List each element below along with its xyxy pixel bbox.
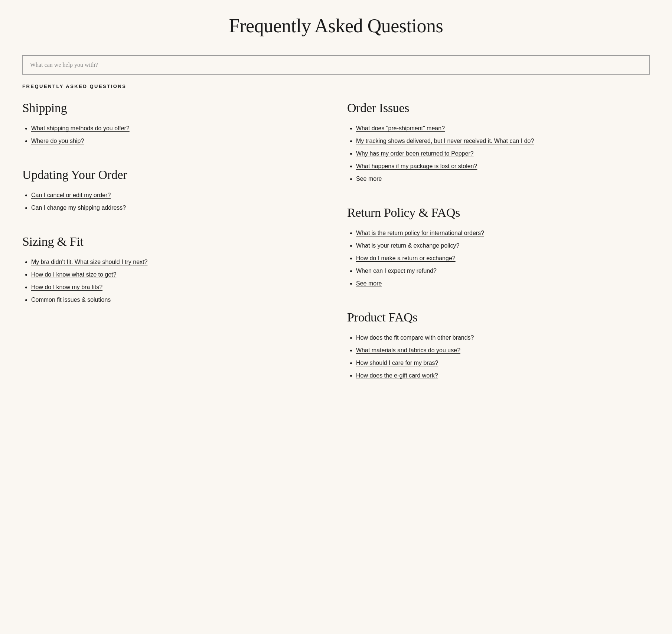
faq-right-column: Order Issues What does "pre-shipment" me…	[347, 101, 650, 402]
search-input[interactable]	[22, 55, 650, 75]
faq-left-column: Shipping What shipping methods do you of…	[22, 101, 325, 402]
faq-link[interactable]: My tracking shows delivered, but I never…	[356, 138, 534, 144]
list-item: What is the return policy for internatio…	[356, 229, 650, 238]
list-item: How does the fit compare with other bran…	[356, 333, 650, 342]
see-more-return-policy[interactable]: See more	[356, 280, 382, 287]
category-product-faqs: Product FAQs How does the fit compare wi…	[347, 310, 650, 380]
list-item: How do I know my bra fits?	[31, 283, 325, 292]
list-item: How should I care for my bras?	[356, 359, 650, 367]
faq-link[interactable]: Why has my order been returned to Pepper…	[356, 150, 474, 157]
faq-link[interactable]: How does the e-gift card work?	[356, 372, 438, 379]
category-updating-order: Updating Your Order Can I cancel or edit…	[22, 168, 325, 212]
faq-list-order-issues: What does "pre-shipment" mean? My tracki…	[347, 124, 650, 183]
list-item: What is your return & exchange policy?	[356, 241, 650, 250]
list-item: See more	[356, 279, 650, 288]
list-item: What shipping methods do you offer?	[31, 124, 325, 133]
category-title-product-faqs: Product FAQs	[347, 310, 650, 324]
faq-link[interactable]: How does the fit compare with other bran…	[356, 334, 474, 341]
list-item: How do I make a return or exchange?	[356, 254, 650, 263]
list-item: What materials and fabrics do you use?	[356, 346, 650, 355]
category-title-return-policy: Return Policy & FAQs	[347, 206, 650, 220]
see-more-order-issues[interactable]: See more	[356, 176, 382, 182]
faq-list-return-policy: What is the return policy for internatio…	[347, 229, 650, 288]
list-item: My bra didn't fit. What size should I tr…	[31, 258, 325, 267]
list-item: How do I know what size to get?	[31, 270, 325, 279]
section-label: FREQUENTLY ASKED QUESTIONS	[22, 84, 650, 89]
category-title-updating-order: Updating Your Order	[22, 168, 325, 182]
category-title-shipping: Shipping	[22, 101, 325, 115]
faq-link[interactable]: Common fit issues & solutions	[31, 297, 111, 303]
list-item: Can I change my shipping address?	[31, 203, 325, 212]
faq-link[interactable]: Can I cancel or edit my order?	[31, 192, 111, 198]
list-item: When can I expect my refund?	[356, 267, 650, 275]
faq-list-updating-order: Can I cancel or edit my order? Can I cha…	[22, 191, 325, 212]
category-title-order-issues: Order Issues	[347, 101, 650, 115]
category-shipping: Shipping What shipping methods do you of…	[22, 101, 325, 146]
list-item: What happens if my package is lost or st…	[356, 162, 650, 171]
faq-link[interactable]: How do I make a return or exchange?	[356, 255, 456, 261]
list-item: Why has my order been returned to Pepper…	[356, 149, 650, 158]
faq-list-shipping: What shipping methods do you offer? Wher…	[22, 124, 325, 146]
list-item: Common fit issues & solutions	[31, 295, 325, 304]
faq-link[interactable]: Can I change my shipping address?	[31, 205, 126, 211]
faq-link[interactable]: What is your return & exchange policy?	[356, 242, 459, 249]
category-order-issues: Order Issues What does "pre-shipment" me…	[347, 101, 650, 183]
faq-list-product-faqs: How does the fit compare with other bran…	[347, 333, 650, 380]
faq-link[interactable]: What materials and fabrics do you use?	[356, 347, 460, 353]
faq-link[interactable]: What shipping methods do you offer?	[31, 125, 130, 131]
list-item: How does the e-gift card work?	[356, 371, 650, 380]
list-item: See more	[356, 174, 650, 183]
faq-link[interactable]: What happens if my package is lost or st…	[356, 163, 477, 169]
faq-link[interactable]: My bra didn't fit. What size should I tr…	[31, 259, 147, 265]
faq-link[interactable]: How do I know what size to get?	[31, 271, 116, 278]
faq-link[interactable]: When can I expect my refund?	[356, 268, 437, 274]
faq-link[interactable]: Where do you ship?	[31, 138, 84, 144]
list-item: My tracking shows delivered, but I never…	[356, 137, 650, 146]
faq-grid: Shipping What shipping methods do you of…	[22, 101, 650, 402]
page-title: Frequently Asked Questions	[22, 15, 650, 37]
faq-link[interactable]: How should I care for my bras?	[356, 360, 438, 366]
faq-list-sizing-fit: My bra didn't fit. What size should I tr…	[22, 258, 325, 304]
faq-link[interactable]: What does "pre-shipment" mean?	[356, 125, 445, 131]
faq-link[interactable]: What is the return policy for internatio…	[356, 230, 484, 236]
list-item: Where do you ship?	[31, 137, 325, 146]
list-item: What does "pre-shipment" mean?	[356, 124, 650, 133]
list-item: Can I cancel or edit my order?	[31, 191, 325, 200]
category-sizing-fit: Sizing & Fit My bra didn't fit. What siz…	[22, 235, 325, 304]
search-container	[22, 55, 650, 75]
category-title-sizing-fit: Sizing & Fit	[22, 235, 325, 249]
faq-link[interactable]: How do I know my bra fits?	[31, 284, 102, 290]
category-return-policy: Return Policy & FAQs What is the return …	[347, 206, 650, 288]
